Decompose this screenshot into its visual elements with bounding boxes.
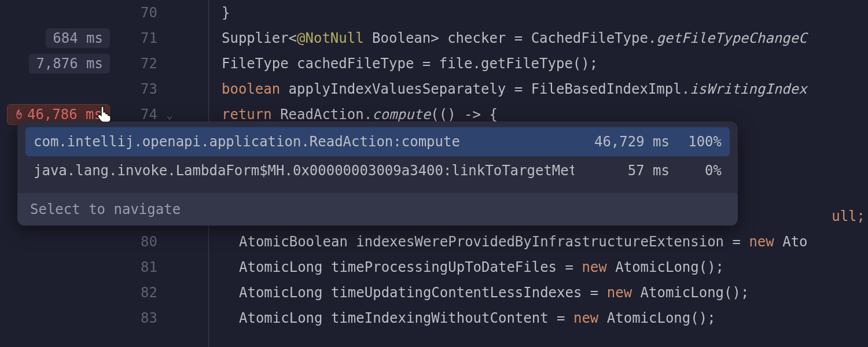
- popup-percentage: 0%: [681, 163, 722, 179]
- popup-ms: 46,729 ms: [586, 134, 670, 150]
- code-line: boolean applyIndexValuesSeparately = Fil…: [178, 81, 807, 97]
- line-number: 71: [141, 30, 157, 46]
- metric-badge[interactable]: 7,876 ms: [29, 54, 110, 73]
- code-line: Supplier<@NotNull Boolean> checker = Cac…: [178, 30, 807, 46]
- popup-method-name: com.intellij.openapi.application.ReadAct…: [34, 134, 574, 150]
- code-line: AtomicLong timeIndexingWithoutContent = …: [178, 310, 716, 326]
- line-number: 73: [141, 81, 157, 97]
- line-number: 83: [141, 310, 157, 326]
- popup-row[interactable]: com.intellij.openapi.application.ReadAct…: [25, 127, 730, 156]
- code-line: AtomicLong timeProcessingUpToDateFiles =…: [178, 259, 724, 275]
- metric-badge[interactable]: 684 ms: [46, 28, 110, 48]
- flame-icon: [14, 109, 24, 120]
- popup-method-name: java.lang.invoke.LambdaForm$MH.0x0000000…: [34, 163, 574, 179]
- code-line: return ReadAction.compute(() -> {: [178, 106, 498, 123]
- metric-badge-label: 46,786 ms: [27, 106, 102, 123]
- code-line: AtomicBoolean indexesWereProvidedByInfra…: [178, 234, 808, 250]
- line-number: 82: [141, 285, 157, 301]
- code-line: }: [178, 5, 230, 21]
- line-number: 80: [141, 234, 157, 250]
- popup-footer-hint: Select to navigate: [17, 193, 738, 226]
- code-line: ull;: [832, 208, 865, 224]
- code-line: FileType cachedFileType = file.getFileTy…: [178, 56, 598, 72]
- popup-percentage: 100%: [681, 134, 722, 150]
- code-line: AtomicLong timeUpdatingContentLessIndexe…: [178, 285, 749, 301]
- line-number: 81: [141, 259, 157, 275]
- line-number: 74: [141, 106, 157, 123]
- chevron-down-icon[interactable]: ⌄: [167, 109, 173, 121]
- line-number: 72: [141, 56, 157, 72]
- popup-ms: 57 ms: [586, 163, 670, 179]
- line-number: 70: [141, 5, 157, 21]
- profiler-popup: com.intellij.openapi.application.ReadAct…: [17, 121, 738, 226]
- popup-row[interactable]: java.lang.invoke.LambdaForm$MH.0x0000000…: [17, 156, 738, 185]
